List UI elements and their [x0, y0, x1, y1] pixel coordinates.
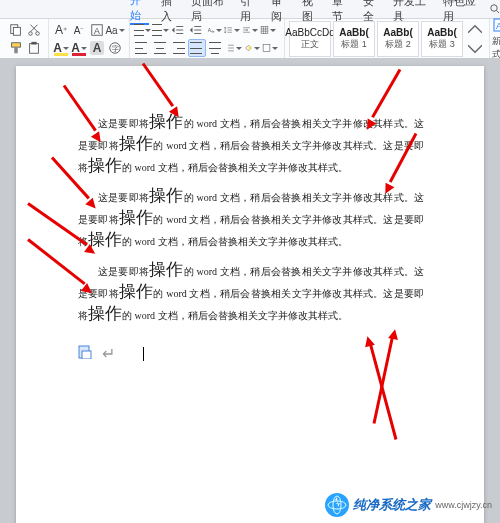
svg-text:A: A	[496, 21, 500, 31]
keyword: 操作	[88, 304, 122, 323]
show-marks-icon[interactable]	[260, 22, 276, 38]
align-left-icon[interactable]	[134, 40, 150, 56]
watermark-title: 纯净系统之家	[353, 496, 431, 514]
svg-rect-8	[12, 43, 21, 47]
svg-point-4	[29, 32, 33, 36]
globe-icon	[325, 493, 349, 517]
paragraph: 这是要即将操作的 word 文档，稍后会替换相关文字并修改其样式。这是要即将操作…	[78, 260, 424, 326]
borders-icon[interactable]	[262, 40, 278, 56]
paragraph: 这是要即将操作的 word 文档，稍后会替换相关文字并修改其样式。这是要即将操作…	[78, 186, 424, 252]
decrease-font-icon[interactable]: A⁻	[71, 22, 87, 38]
align-right-icon[interactable]	[170, 40, 186, 56]
svg-line-1	[496, 11, 499, 14]
increase-font-icon[interactable]: A⁺	[53, 22, 69, 38]
svg-rect-32	[261, 27, 268, 34]
ribbon-group-clipboard	[4, 19, 49, 59]
style-h2[interactable]: AaBb(标题 2	[377, 21, 419, 57]
svg-text:字: 字	[112, 45, 119, 52]
style-scroll-up-icon[interactable]	[467, 22, 483, 38]
search-icon[interactable]	[489, 2, 500, 16]
new-style-button[interactable]: A+ 新样式	[492, 22, 500, 56]
align-justify-icon[interactable]	[188, 39, 206, 57]
keyword: 操作	[88, 156, 122, 175]
font-color-icon[interactable]: A	[71, 40, 87, 56]
char-border-icon[interactable]: A	[89, 22, 105, 38]
pilcrow-icon: ↵	[102, 344, 115, 363]
text-direction-icon[interactable]: A	[206, 22, 222, 38]
indent-inc-icon[interactable]	[188, 22, 204, 38]
svg-rect-11	[31, 42, 36, 45]
keyword: 操作	[149, 260, 183, 279]
style-body[interactable]: AaBbCcDd正文	[289, 21, 331, 57]
copy-icon[interactable]	[8, 22, 24, 38]
align-center-icon[interactable]	[152, 40, 168, 56]
line-spacing-icon[interactable]	[224, 22, 240, 38]
keyword: 操作	[149, 186, 183, 205]
section-break-icon	[78, 345, 92, 363]
para-spacing-icon[interactable]	[226, 40, 242, 56]
style-h1[interactable]: AaBb(标题 1	[333, 21, 375, 57]
svg-rect-3	[13, 27, 20, 35]
numbering-icon[interactable]	[152, 22, 168, 38]
new-style-icon: A+	[492, 17, 500, 35]
watermark-url: www.cjwjzy.cn	[435, 500, 492, 510]
menu-tabs: 开始 插入 页面布局 引用 审阅 视图 章节 安全 开发工具 特色应用	[0, 0, 500, 19]
char-shading-icon[interactable]: A	[89, 40, 105, 56]
document-body: 这是要即将操作的 word 文档，稍后会替换相关文字并修改其样式。这是要即将操作…	[78, 112, 424, 363]
indent-dec-icon[interactable]	[170, 22, 186, 38]
align-distribute-icon[interactable]	[208, 40, 224, 56]
font-highlight-icon[interactable]: A	[53, 40, 69, 56]
paste-icon[interactable]	[26, 40, 42, 56]
ribbon-group-styles: AaBbCcDd正文 AaBb(标题 1 AaBb(标题 2 AaBb(标题 3	[285, 19, 490, 59]
style-h3[interactable]: AaBb(标题 3	[421, 21, 463, 57]
keyword: 操作	[119, 282, 153, 301]
document-page[interactable]: 这是要即将操作的 word 文档，稍后会替换相关文字并修改其样式。这是要即将操作…	[16, 66, 484, 523]
watermark: 纯净系统之家 www.cjwjzy.cn	[325, 493, 492, 517]
svg-point-0	[490, 5, 496, 11]
svg-rect-40	[263, 45, 270, 52]
shading-icon[interactable]	[244, 40, 260, 56]
tab-char-icon[interactable]	[242, 22, 258, 38]
enclose-icon[interactable]: 字	[107, 40, 123, 56]
ribbon-group-font-adjust: A⁺ A⁻ A Aa A A A 字	[49, 19, 130, 59]
svg-text:A: A	[94, 26, 100, 36]
document-canvas: 这是要即将操作的 word 文档，稍后会替换相关文字并修改其样式。这是要即将操作…	[0, 58, 500, 523]
style-scroll-down-icon[interactable]	[467, 40, 483, 56]
ribbon: A⁺ A⁻ A Aa A A A 字 A	[0, 19, 500, 60]
svg-rect-10	[30, 44, 39, 54]
keyword: 操作	[119, 208, 153, 227]
svg-rect-9	[14, 47, 18, 53]
format-painter-icon[interactable]	[8, 40, 24, 56]
ribbon-group-paragraph: A	[130, 19, 285, 59]
svg-rect-52	[82, 351, 91, 359]
svg-point-5	[36, 32, 40, 36]
keyword: 操作	[119, 134, 153, 153]
text-cursor	[143, 347, 144, 361]
bullets-icon[interactable]	[134, 22, 150, 38]
cut-icon[interactable]	[26, 22, 42, 38]
change-case-icon[interactable]: Aa	[107, 22, 123, 38]
